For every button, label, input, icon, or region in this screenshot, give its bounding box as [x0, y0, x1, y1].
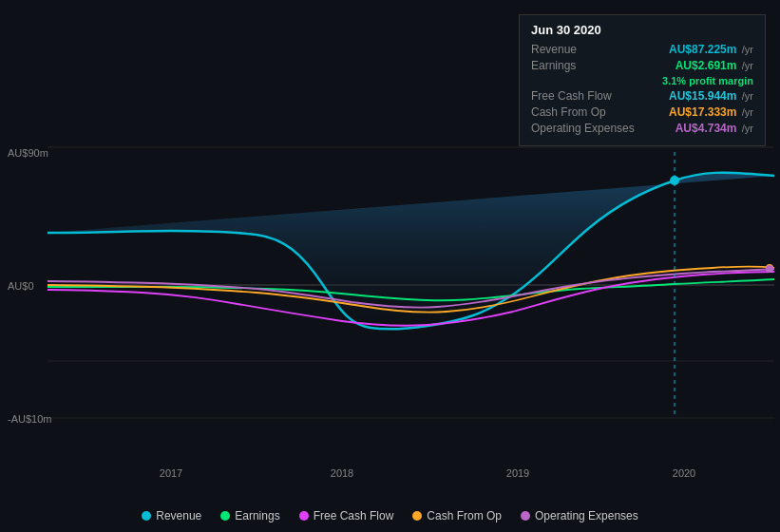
- tooltip-date: Jun 30 2020: [531, 23, 753, 37]
- x-label-2018: 2018: [331, 467, 353, 479]
- tooltip-earnings-unit: /yr: [742, 60, 753, 71]
- tooltip-revenue-unit: /yr: [742, 44, 753, 55]
- svg-point-5: [670, 176, 679, 185]
- tooltip-fcf-value: AU$15.944m: [669, 89, 736, 103]
- x-label-2017: 2017: [160, 467, 182, 479]
- tooltip-earnings-label: Earnings: [531, 59, 636, 72]
- chart-container: AU$90m AU$0 -AU$10m 2017 2018 2019 2020 …: [0, 0, 780, 532]
- tooltip-opex-label: Operating Expenses: [531, 122, 636, 135]
- tooltip-opex-row: Operating Expenses AU$4.734m /yr: [531, 122, 753, 135]
- tooltip-box: Jun 30 2020 Revenue AU$87.225m /yr Earni…: [519, 14, 766, 146]
- tooltip-fcf-unit: /yr: [742, 90, 753, 102]
- tooltip-cashop-row: Cash From Op AU$17.333m /yr: [531, 105, 753, 119]
- tooltip-cashop-label: Cash From Op: [531, 105, 636, 119]
- legend-opex[interactable]: Operating Expenses: [521, 509, 638, 522]
- legend-fcf[interactable]: Free Cash Flow: [299, 509, 394, 522]
- tooltip-opex-unit: /yr: [742, 123, 753, 134]
- y-label-bot: -AU$10m: [8, 413, 51, 425]
- tooltip-cashop-value: AU$17.333m: [669, 105, 736, 119]
- tooltip-profit-margin-row: 3.1% profit margin: [531, 75, 753, 86]
- y-label-mid: AU$0: [8, 280, 34, 292]
- legend-earnings-label: Earnings: [235, 509, 279, 522]
- tooltip-opex-value: AU$4.734m: [675, 122, 737, 135]
- legend-fcf-dot: [299, 511, 309, 521]
- tooltip-profit-margin-value: 3.1% profit margin: [662, 75, 753, 86]
- legend-earnings[interactable]: Earnings: [220, 509, 279, 522]
- tooltip-revenue-value: AU$87.225m: [669, 43, 736, 56]
- legend-opex-label: Operating Expenses: [535, 509, 638, 522]
- legend-opex-dot: [521, 511, 530, 521]
- tooltip-earnings-value: AU$2.691m: [675, 59, 737, 72]
- legend-revenue[interactable]: Revenue: [142, 509, 201, 522]
- y-label-top: AU$90m: [8, 147, 48, 159]
- tooltip-fcf-label: Free Cash Flow: [531, 89, 636, 103]
- chart-legend: Revenue Earnings Free Cash Flow Cash Fro…: [0, 509, 780, 522]
- tooltip-fcf-row: Free Cash Flow AU$15.944m /yr: [531, 89, 753, 103]
- x-label-2020: 2020: [673, 467, 695, 479]
- legend-earnings-dot: [220, 511, 230, 521]
- x-label-2019: 2019: [506, 467, 529, 479]
- tooltip-revenue-label: Revenue: [531, 43, 636, 56]
- svg-point-7: [766, 265, 773, 273]
- tooltip-revenue-row: Revenue AU$87.225m /yr: [531, 43, 753, 56]
- legend-fcf-label: Free Cash Flow: [314, 509, 394, 522]
- legend-revenue-dot: [142, 511, 151, 521]
- legend-cashop-dot: [412, 511, 422, 521]
- legend-cashop-label: Cash From Op: [427, 509, 502, 522]
- legend-revenue-label: Revenue: [156, 509, 201, 522]
- tooltip-cashop-unit: /yr: [742, 106, 753, 118]
- tooltip-earnings-row: Earnings AU$2.691m /yr: [531, 59, 753, 72]
- legend-cashop[interactable]: Cash From Op: [412, 509, 502, 522]
